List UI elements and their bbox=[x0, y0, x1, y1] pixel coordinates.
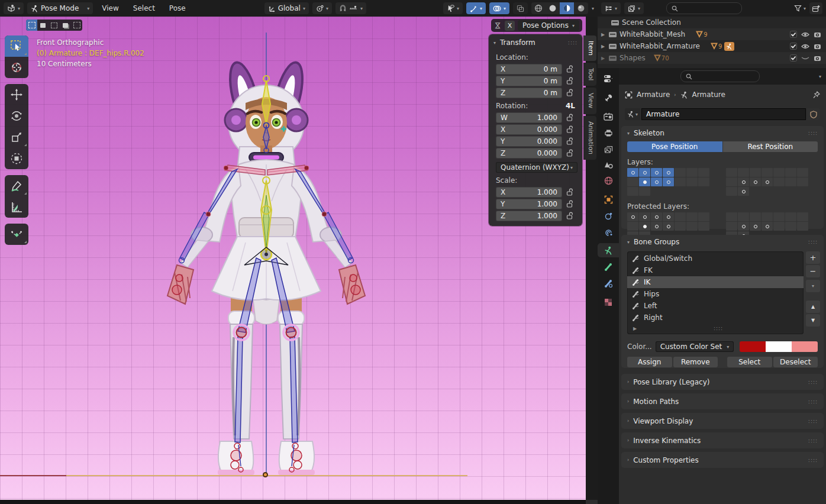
move-down-button[interactable]: ▼ bbox=[806, 314, 820, 327]
tab-scene[interactable] bbox=[598, 158, 619, 172]
viewport-3d[interactable]: Front Orthographic (0) Armature : DEF_hi… bbox=[0, 17, 586, 500]
transform-panel-header[interactable]: ▾ Transform :::: bbox=[489, 34, 582, 50]
scale-z-field[interactable]: Z1.000 bbox=[496, 211, 562, 221]
bone-layer-cell[interactable] bbox=[663, 168, 674, 177]
rotation-mode-dropdown[interactable]: Quaternion (WXYZ)▾ bbox=[496, 162, 577, 173]
tool-annotate[interactable] bbox=[5, 175, 28, 196]
orientation-dropdown[interactable]: Global ▾ bbox=[264, 2, 309, 14]
remove-bone-group-button[interactable]: − bbox=[806, 265, 820, 277]
assign-button[interactable]: Assign bbox=[627, 357, 672, 367]
bone-layer-cell[interactable] bbox=[686, 212, 698, 221]
bone-layer-cell[interactable] bbox=[726, 222, 737, 231]
color-set-dropdown[interactable]: Custom Color Set▾ bbox=[656, 341, 734, 352]
outliner-row-mesh[interactable]: ▶ WhiteRabbit_Mesh 9 bbox=[598, 28, 826, 40]
bone-group-item[interactable]: IK bbox=[627, 276, 804, 288]
bone-groups-header[interactable]: ▾ Bone Groups :::: bbox=[621, 235, 824, 249]
bone-layer-cell[interactable] bbox=[663, 212, 674, 221]
move-up-button[interactable]: ▲ bbox=[806, 301, 820, 313]
mode-dropdown[interactable]: Pose Mode ▾ bbox=[27, 2, 93, 14]
lock-icon[interactable] bbox=[562, 65, 577, 73]
outliner-filter-button[interactable]: ▾ bbox=[794, 5, 806, 12]
datablock-type-dropdown[interactable]: ▾ bbox=[625, 108, 640, 120]
bone-layer-cell[interactable] bbox=[698, 222, 709, 231]
character-model[interactable] bbox=[151, 59, 382, 479]
deselect-button[interactable]: Deselect bbox=[773, 357, 818, 367]
tool-transform[interactable] bbox=[5, 148, 28, 169]
bone-group-item[interactable]: Right bbox=[627, 312, 804, 324]
bone-layer-cell[interactable] bbox=[698, 177, 709, 186]
lock-icon[interactable] bbox=[562, 212, 577, 219]
panel-viewport-display[interactable]: ›Viewport Display:::: bbox=[621, 413, 824, 429]
outliner-search[interactable] bbox=[666, 2, 742, 14]
bone-layer-cell[interactable] bbox=[726, 177, 737, 186]
outliner-display-mode-button[interactable]: ▾ bbox=[624, 2, 644, 14]
lock-icon[interactable] bbox=[562, 77, 577, 85]
lock-icon[interactable] bbox=[562, 137, 577, 145]
bone-layer-cell[interactable] bbox=[750, 222, 761, 231]
bone-layer-cell[interactable] bbox=[726, 168, 737, 177]
shading-dropdown[interactable]: ▾ bbox=[592, 6, 594, 11]
tool-scale[interactable] bbox=[5, 127, 28, 148]
pin-icon[interactable] bbox=[813, 91, 820, 99]
bone-layer-cell[interactable] bbox=[639, 187, 650, 196]
tab-object-data[interactable] bbox=[598, 243, 619, 257]
bone-group-item[interactable]: Left bbox=[627, 300, 804, 312]
remove-button[interactable]: Remove bbox=[673, 357, 718, 367]
bone-layer-cell[interactable] bbox=[663, 177, 674, 186]
breadcrumb-object[interactable]: Armature bbox=[637, 91, 670, 99]
panel-grip-icon[interactable]: :::: bbox=[808, 438, 818, 444]
bone-layer-cell[interactable] bbox=[762, 212, 773, 221]
bone-layer-cell[interactable] bbox=[686, 222, 698, 231]
bone-layer-cell[interactable] bbox=[773, 177, 785, 186]
tab-item[interactable]: Item bbox=[583, 35, 596, 61]
location-x-field[interactable]: X0 m bbox=[496, 64, 562, 75]
camera-restrict-icon[interactable] bbox=[814, 31, 821, 38]
outliner-editor-type-button[interactable]: ▾ bbox=[601, 2, 621, 14]
bone-layer-cell[interactable] bbox=[738, 212, 749, 221]
editor-type-button[interactable]: ▾ bbox=[4, 2, 24, 14]
outliner-row-armature[interactable]: ▶ WhiteRabbit_Armature 9 bbox=[598, 40, 826, 52]
lock-icon[interactable] bbox=[562, 114, 577, 121]
lock-icon[interactable] bbox=[562, 200, 577, 208]
outliner-row-shapes[interactable]: ▶ Shapes 70 bbox=[598, 52, 826, 64]
tab-object[interactable] bbox=[598, 192, 619, 206]
panel-grip-icon[interactable]: :::: bbox=[808, 418, 818, 424]
bone-layer-cell[interactable] bbox=[686, 177, 698, 186]
lock-icon[interactable] bbox=[562, 125, 577, 133]
panel-grip-icon[interactable]: :::: bbox=[808, 130, 818, 136]
expand-icon[interactable]: ▶ bbox=[600, 56, 606, 61]
bone-layer-cell[interactable] bbox=[738, 187, 749, 196]
expand-icon[interactable]: ▶ bbox=[632, 326, 638, 331]
bone-layer-cell[interactable] bbox=[785, 177, 796, 186]
properties-search[interactable] bbox=[680, 70, 760, 82]
shading-solid-button[interactable] bbox=[546, 2, 560, 14]
tool-move[interactable] bbox=[5, 84, 28, 105]
snap-controls[interactable]: ▾ bbox=[335, 2, 366, 14]
bone-layer-cell[interactable] bbox=[651, 177, 662, 186]
panel-custom-properties[interactable]: ›Custom Properties:::: bbox=[621, 452, 824, 468]
bone-group-specials-button[interactable]: ▾ bbox=[806, 280, 820, 292]
bone-layer-cell[interactable] bbox=[639, 168, 650, 177]
bone-layer-cell[interactable] bbox=[675, 212, 686, 221]
fake-user-button[interactable] bbox=[807, 108, 820, 120]
bone-layer-cell[interactable] bbox=[675, 222, 686, 231]
select-difference-button[interactable] bbox=[60, 20, 71, 31]
eye-open-icon[interactable] bbox=[801, 43, 809, 50]
bone-layer-cell[interactable] bbox=[627, 187, 638, 196]
select-subtract-button[interactable] bbox=[49, 20, 60, 31]
panel-grip-icon[interactable]: :::: bbox=[808, 399, 818, 405]
tab-bone[interactable] bbox=[598, 260, 619, 274]
pivot-point-dropdown[interactable]: ▾ bbox=[312, 2, 332, 14]
bone-layer-cell[interactable] bbox=[651, 212, 662, 221]
bone-layer-cell[interactable] bbox=[639, 222, 650, 231]
bone-layer-cell[interactable] bbox=[750, 177, 761, 186]
new-collection-button[interactable] bbox=[809, 2, 822, 14]
lock-icon[interactable] bbox=[562, 149, 577, 157]
menu-view[interactable]: View bbox=[96, 2, 124, 14]
pose-position-button[interactable]: Pose Position bbox=[627, 141, 722, 152]
select-intersect-button[interactable] bbox=[71, 20, 82, 31]
bone-layer-cell[interactable] bbox=[686, 168, 698, 177]
shading-wireframe-button[interactable] bbox=[531, 2, 546, 14]
datablock-name-field[interactable]: Armature bbox=[641, 108, 806, 120]
bone-layer-cell[interactable] bbox=[726, 212, 737, 221]
